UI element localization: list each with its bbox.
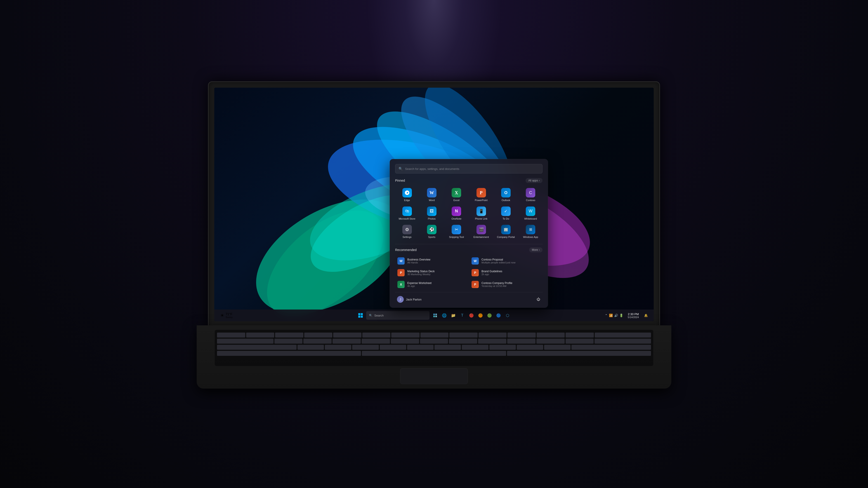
taskbar-edge[interactable]: 🌐 xyxy=(440,311,448,320)
taskbar-app6[interactable]: ⬡ xyxy=(503,311,512,320)
pinned-word[interactable]: W Word xyxy=(420,186,443,203)
svg-rect-17 xyxy=(435,314,437,315)
snipping-label: Snipping Tool xyxy=(449,236,464,238)
powerpoint-icon: P xyxy=(476,188,486,197)
start-menu: 🔍 Search for apps, settings, and documen… xyxy=(390,159,548,308)
laptop-screen-bezel: 🔍 Search for apps, settings, and documen… xyxy=(208,81,660,330)
power-button[interactable]: ⏻ xyxy=(534,295,542,303)
rec-business-overview-title: Business Overview xyxy=(407,258,466,261)
rec-expense-worksheet-icon: X xyxy=(397,281,405,288)
taskbar-left: ☀ 71°F Sunny xyxy=(218,311,235,320)
search-placeholder: Search for apps, settings, and documents xyxy=(405,167,459,170)
pinned-msstore[interactable]: 🛍 Microsoft Store xyxy=(395,205,419,222)
taskbar-search-icon: 🔍 xyxy=(369,314,373,317)
settings-label: Settings xyxy=(403,236,412,238)
weather-icon: ☀ xyxy=(220,313,224,318)
rec-brand-guidelines[interactable]: P Brand Guidelines 2h ago xyxy=(469,267,542,278)
photos-icon: 🖼 xyxy=(427,206,436,216)
pinned-entertainment[interactable]: 🎬 Entertainment xyxy=(469,223,493,240)
weather-temp: 71°F xyxy=(225,312,232,316)
edge-icon xyxy=(402,188,412,197)
msstore-icon: 🛍 xyxy=(402,206,412,216)
pinned-phonelink[interactable]: 📱 Phone Link xyxy=(469,205,493,222)
pinned-sports[interactable]: ⚽ Sports xyxy=(420,223,443,240)
rec-marketing-deck-info: Marketing Status Deck 30 Marketing Weekl… xyxy=(407,270,466,275)
recommended-section: Recommended More › W Business Overview xyxy=(395,244,542,290)
taskbar-search-text: Search xyxy=(374,314,383,317)
recommended-label: Recommended xyxy=(395,248,416,252)
rec-marketing-deck[interactable]: P Marketing Status Deck 30 Marketing Wee… xyxy=(395,267,468,278)
battery-icon: 🔋 xyxy=(619,314,623,317)
rec-contoso-proposal-icon: W xyxy=(471,257,479,265)
taskbar-app4[interactable]: 🟢 xyxy=(485,311,494,320)
excel-label: Excel xyxy=(454,199,460,202)
keyboard-rows xyxy=(215,330,653,359)
rec-expense-worksheet[interactable]: X Expense Worksheet 4h ago xyxy=(395,279,468,290)
pinned-settings[interactable]: ⚙ Settings xyxy=(395,223,419,240)
taskbar-search[interactable]: 🔍 Search xyxy=(366,311,430,320)
taskbar-widgets[interactable] xyxy=(431,311,439,320)
all-apps-button[interactable]: All apps › xyxy=(526,178,542,183)
contoso-label: Contoso xyxy=(526,199,535,202)
pinned-outlook[interactable]: O Outlook xyxy=(494,186,518,203)
rec-contoso-proposal-title: Contoso Proposal xyxy=(482,258,540,261)
pinned-onenote[interactable]: N OneNote xyxy=(445,205,468,222)
todo-label: To Do xyxy=(503,217,509,220)
pinned-todo[interactable]: ✓ To Do xyxy=(494,205,518,222)
rec-contoso-company-profile-title: Contoso Company Profile xyxy=(482,282,540,285)
pinned-photos[interactable]: 🖼 Photos xyxy=(420,205,443,222)
touchpad[interactable] xyxy=(400,368,468,384)
rec-contoso-company-profile-icon: P xyxy=(471,281,479,288)
laptop-keyboard-base xyxy=(197,325,671,389)
rec-business-overview-subtitle: All Hands xyxy=(407,261,466,264)
key-row-1 xyxy=(217,332,651,337)
rec-business-overview[interactable]: W Business Overview All Hands xyxy=(395,256,468,266)
notifications-button[interactable]: 🔔 xyxy=(642,311,650,320)
more-button[interactable]: More › xyxy=(529,248,542,252)
rec-contoso-company-profile[interactable]: P Contoso Company Profile Yesterday at 1… xyxy=(469,279,542,290)
taskbar-app2[interactable]: 🔴 xyxy=(467,311,475,320)
taskbar-app3[interactable]: 🟠 xyxy=(476,311,485,320)
taskbar-app5[interactable]: 🔵 xyxy=(494,311,503,320)
key-row-2 xyxy=(217,339,651,344)
pinned-windowsapp[interactable]: ⊞ Windows App xyxy=(519,223,542,240)
key-row-4 xyxy=(217,351,651,356)
weather-widget[interactable]: ☀ 71°F Sunny xyxy=(218,311,235,320)
start-button[interactable] xyxy=(356,311,365,320)
volume-icon: 🔊 xyxy=(614,314,618,317)
outlook-label: Outlook xyxy=(502,199,510,202)
rec-contoso-company-profile-subtitle: Yesterday at 10:50 AM xyxy=(482,285,540,287)
todo-icon: ✓ xyxy=(501,206,510,216)
taskbar-app1[interactable]: T xyxy=(458,311,467,320)
clock-date: 5/14/2024 xyxy=(628,316,639,319)
recommended-header: Recommended More › xyxy=(395,248,542,252)
pinned-snipping[interactable]: ✂ Snipping Tool xyxy=(445,223,468,240)
settings-icon: ⚙ xyxy=(402,225,412,234)
pinned-header: Pinned All apps › xyxy=(395,178,542,183)
system-tray[interactable]: ⌃ 📶 🔊 🔋 xyxy=(603,313,625,318)
taskbar-right: ⌃ 📶 🔊 🔋 2:30 PM 5/14/2024 🔔 xyxy=(603,311,650,320)
taskbar-explorer[interactable]: 📁 xyxy=(449,311,458,320)
windowsapp-icon: ⊞ xyxy=(526,225,535,234)
svg-rect-12 xyxy=(358,313,360,315)
pinned-edge[interactable]: Edge xyxy=(395,186,419,203)
pinned-excel[interactable]: X Excel xyxy=(445,186,468,203)
rec-contoso-proposal[interactable]: W Contoso Proposal Multiple people edite… xyxy=(469,256,542,266)
rec-expense-worksheet-info: Expense Worksheet 4h ago xyxy=(407,282,466,287)
onenote-icon: N xyxy=(452,206,461,216)
laptop: 🔍 Search for apps, settings, and documen… xyxy=(185,81,683,420)
weather-info: 71°F Sunny xyxy=(225,312,232,319)
start-menu-user-section: J Jack Parton ⏻ xyxy=(395,292,542,304)
pinned-powerpoint[interactable]: P PowerPoint xyxy=(469,186,493,203)
user-info[interactable]: J Jack Parton xyxy=(395,295,423,304)
user-avatar: J xyxy=(397,296,404,303)
snipping-icon: ✂ xyxy=(452,225,461,234)
pinned-companyportal[interactable]: 🏢 Company Portal xyxy=(494,223,518,240)
clock[interactable]: 2:30 PM 5/14/2024 xyxy=(626,312,641,320)
pinned-whiteboard[interactable]: W Whiteboard xyxy=(519,205,542,222)
pinned-grid: Edge W Word X Excel P PowerPoint xyxy=(395,186,542,240)
pinned-contoso[interactable]: C Contoso xyxy=(519,186,542,203)
start-menu-search[interactable]: 🔍 Search for apps, settings, and documen… xyxy=(395,164,542,173)
rec-contoso-proposal-info: Contoso Proposal Multiple people edited … xyxy=(482,258,540,264)
entertainment-label: Entertainment xyxy=(473,236,489,238)
